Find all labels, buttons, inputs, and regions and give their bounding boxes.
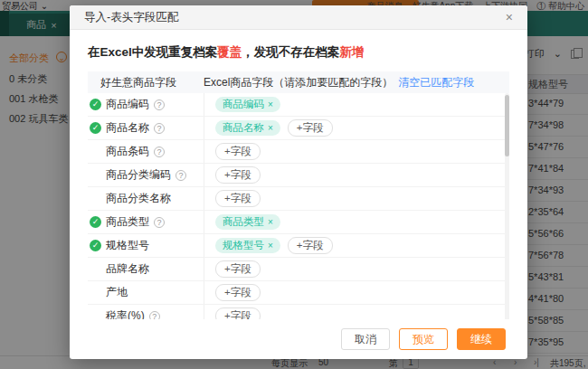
notice-overwrite: 覆盖 [217,45,242,59]
system-field-label: 商品分类名称 [106,191,171,206]
excel-field-cell: 商品名称 × +字段 [204,117,509,139]
match-table-row: ✓ 税率(%) ? +字段 [88,305,509,319]
header-left-column: 好生意商品字段 [88,75,204,90]
system-field-label: 商品编码 [106,97,149,112]
scrollbar-track[interactable] [505,93,509,319]
excel-field-cell: +字段 [204,281,509,304]
match-table-row: ✓ 商品分类名称 +字段 [88,187,509,211]
excel-field-cell: +字段 [204,258,509,280]
help-icon[interactable]: ? [154,123,165,134]
system-field-label: 规格型号 [106,238,149,253]
help-icon[interactable]: ? [175,170,186,181]
match-table-row: ✓ 商品分类编码 ? +字段 [88,164,509,187]
match-table-row: ✓ 商品条码 ? +字段 [88,140,509,164]
excel-field-cell: 商品类型 × [204,211,509,233]
system-field-cell: ✓ 商品条码 ? [88,140,204,163]
system-field-cell: ✓ 商品分类名称 [88,187,204,210]
cancel-button[interactable]: 取消 [341,328,390,350]
matched-field-tag[interactable]: 规格型号 × [215,238,280,253]
screen: 贸易公司 ⌄ 产品消息好生意App下载上下游协同① 帮助中心 商品 × 全部分类… [0,0,588,369]
add-field-button[interactable]: +字段 [215,308,261,319]
system-field-label: 产地 [106,285,128,300]
add-field-button[interactable]: +字段 [215,284,261,301]
matched-check-icon: ✓ [90,216,101,228]
system-field-cell: ✓ 商品分类编码 ? [88,164,204,186]
system-field-cell: ✓ 商品名称 ? [88,117,204,139]
system-field-cell: ✓ 商品类型 ? [88,211,204,233]
system-field-label: 商品名称 [106,120,149,136]
matched-field-tag[interactable]: 商品类型 × [215,214,280,230]
system-field-cell: ✓ 规格型号 [88,234,204,257]
dialog-footer: 取消 预览 继续 [70,319,527,359]
scrollbar-thumb[interactable] [505,95,509,156]
excel-field-cell: +字段 [204,164,509,186]
excel-field-cell: +字段 [204,187,509,210]
header-right-label: Excel商品字段（请添加要匹配的字段） [204,76,393,89]
system-field-cell: ✓ 品牌名称 [88,258,204,280]
dialog-header: 导入-表头字段匹配 × [70,5,527,30]
excel-field-cell: +字段 [204,140,509,163]
dialog-title: 导入-表头字段匹配 [84,10,506,25]
matched-field-tag-label: 商品类型 [223,215,264,229]
system-field-label: 税率(%) [106,308,145,319]
match-table-row: ✓ 规格型号 规格型号 × +字段 [88,234,509,258]
match-table-row: ✓ 商品名称 ? 商品名称 × +字段 [88,117,509,140]
system-field-cell: ✓ 税率(%) ? [88,305,204,319]
import-field-match-dialog: 导入-表头字段匹配 × 在Excel中发现重复档案覆盖，发现不存在档案新增 好生… [70,5,527,359]
notice-text-1: 在Excel中发现重复档案 [88,45,217,59]
matched-field-tag-label: 规格型号 [223,239,264,252]
matched-field-tag[interactable]: 商品编码 × [215,97,280,112]
duplicate-notice: 在Excel中发现重复档案覆盖，发现不存在档案新增 [88,44,509,61]
help-icon[interactable]: ? [154,217,165,228]
system-field-label: 商品类型 [106,214,149,230]
add-field-button[interactable]: +字段 [215,260,261,278]
system-field-cell: ✓ 产地 [88,281,204,304]
header-right-column: Excel商品字段（请添加要匹配的字段）清空已匹配字段 [204,75,509,90]
matched-check-icon: ✓ [90,99,101,110]
excel-field-cell: 商品编码 × [204,93,509,116]
matched-field-tag-label: 商品名称 [223,121,264,135]
system-field-label: 商品条码 [106,144,149,159]
help-icon[interactable]: ? [154,147,165,157]
clear-matched-link[interactable]: 清空已匹配字段 [398,76,474,89]
match-table-row: ✓ 商品编码 ? 商品编码 × [88,93,509,117]
notice-text-2: ，发现不存在档案 [242,45,339,59]
dialog-close-icon[interactable]: × [506,11,513,24]
continue-button[interactable]: 继续 [457,328,506,350]
match-table-row: ✓ 产地 +字段 [88,281,509,305]
tag-action-icon[interactable]: × [268,99,273,109]
dialog-body: 在Excel中发现重复档案覆盖，发现不存在档案新增 好生意商品字段 Excel商… [70,30,527,319]
add-field-button[interactable]: +字段 [288,237,333,254]
tag-action-icon[interactable]: × [268,123,273,133]
system-field-label: 商品分类编码 [106,167,171,183]
matched-check-icon: ✓ [90,240,101,251]
tag-action-icon[interactable]: × [268,241,273,251]
system-field-cell: ✓ 商品编码 ? [88,93,204,116]
system-field-label: 品牌名称 [106,261,149,277]
help-icon[interactable]: ? [149,311,160,320]
excel-field-cell: 规格型号 × +字段 [204,234,509,257]
match-table-row: ✓ 品牌名称 +字段 [88,258,509,281]
add-field-button[interactable]: +字段 [288,119,333,137]
match-table-row: ✓ 商品类型 ? 商品类型 × [88,211,509,234]
preview-button[interactable]: 预览 [399,328,448,350]
tag-action-icon[interactable]: × [268,217,273,227]
excel-field-cell: +字段 [204,305,509,319]
add-field-button[interactable]: +字段 [215,143,261,160]
match-rows-viewport: ✓ 商品编码 ? 商品编码 × ✓ 商品名称 ? 商品名称 × +字段 ✓ [88,93,509,319]
help-icon[interactable]: ? [154,99,165,110]
matched-field-tag-label: 商品编码 [223,98,264,111]
notice-add: 新增 [339,45,364,59]
matched-field-tag[interactable]: 商品名称 × [215,120,280,136]
add-field-button[interactable]: +字段 [215,166,261,184]
add-field-button[interactable]: +字段 [215,190,261,207]
match-table-header: 好生意商品字段 Excel商品字段（请添加要匹配的字段）清空已匹配字段 [88,71,509,93]
matched-check-icon: ✓ [90,122,101,134]
